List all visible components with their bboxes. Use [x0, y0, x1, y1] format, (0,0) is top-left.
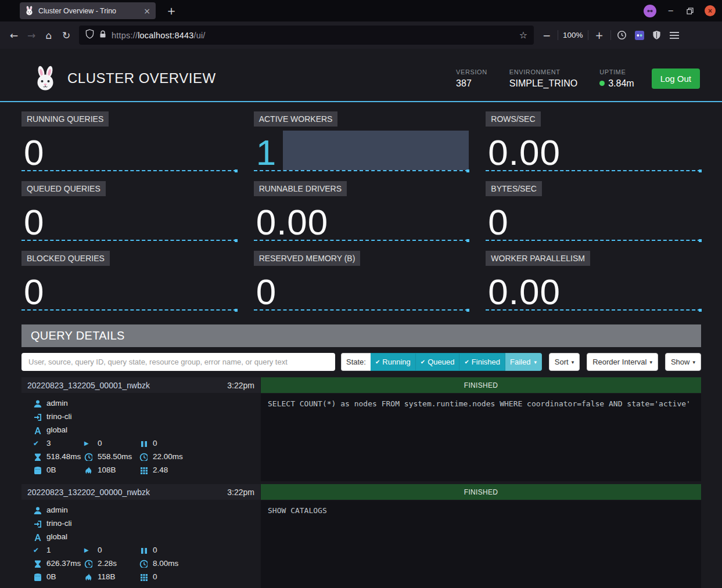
bookmark-star-icon[interactable]: ☆ — [519, 30, 527, 41]
query-status-bar: FINISHED — [261, 377, 701, 393]
back-button[interactable]: ← — [6, 27, 22, 44]
query-resource-group: global — [46, 532, 67, 541]
query-sql-text: SELECT COUNT(*) as nodes FROM system.run… — [261, 394, 701, 481]
queued-splits: 0 — [153, 546, 157, 554]
tab-title: Cluster Overview - Trino — [38, 7, 139, 15]
browser-tab[interactable]: Cluster Overview - Trino × — [20, 2, 156, 19]
query-details-section: QUERY DETAILS State: ✔Running ✔Queued ✔F… — [21, 324, 701, 588]
query-source: trino-cli — [46, 412, 72, 421]
wall-time: 518.48ms — [46, 452, 81, 461]
uptime-info: UPTIME 3.84m — [599, 68, 634, 89]
url-host: localhost:8443 — [138, 31, 193, 40]
history-clock-icon[interactable] — [614, 27, 630, 44]
window-restore-button[interactable] — [685, 6, 695, 16]
home-button[interactable]: ⌂ — [41, 27, 57, 44]
window-minimize-button[interactable]: − — [666, 6, 676, 16]
stat-value: 0 — [24, 206, 44, 239]
stat-value: 0.00 — [488, 276, 561, 308]
privacy-shield-icon[interactable] — [649, 27, 665, 44]
stat-bytes-sec: BYTES/SEC 0 — [486, 181, 701, 242]
cumulative-memory-icon — [84, 573, 92, 581]
stat-sparkline — [21, 309, 237, 311]
lock-icon[interactable] — [99, 30, 106, 41]
stat-worker-parallelism: WORKER PARALLELISM 0.00 — [486, 251, 701, 312]
forward-button[interactable]: → — [23, 27, 39, 44]
query-header: 20220823_132202_00000_nwbzk 3:22pm — [21, 484, 260, 500]
query-search-input[interactable] — [21, 353, 335, 371]
zoom-out-button[interactable]: − — [538, 27, 555, 44]
parallelism-icon — [139, 573, 148, 581]
stat-label: RESERVED MEMORY (B) — [254, 251, 361, 266]
stat-label: BLOCKED QUERIES — [21, 251, 110, 266]
caret-down-icon: ▾ — [534, 359, 537, 365]
cpu-time: 22.00ms — [153, 452, 183, 461]
tracking-shield-icon[interactable] — [85, 29, 94, 41]
filter-queued-label: Queued — [428, 358, 454, 366]
stat-value: 0 — [24, 136, 44, 169]
running-splits-icon: ▶ — [84, 547, 92, 553]
query-id-link[interactable]: 20220823_132202_00000_nwbzk — [27, 488, 150, 497]
cpu-time: 8.00ms — [153, 559, 178, 568]
query-sql-text: SHOW CATALOGS — [261, 500, 701, 588]
filter-finished-button[interactable]: ✔Finished — [459, 353, 505, 371]
elapsed-time-icon — [84, 453, 92, 461]
query-source: trino-cli — [46, 519, 72, 528]
reload-button[interactable]: ↻ — [58, 27, 74, 44]
stat-runnable-drivers: RUNNABLE DRIVERS 0.00 — [254, 181, 469, 242]
filter-finished-label: Finished — [472, 358, 500, 366]
extension-icon[interactable] — [631, 27, 648, 44]
profile-avatar-icon[interactable] — [644, 5, 656, 17]
query-id-link[interactable]: 20220823_132205_00001_nwbzk — [27, 381, 150, 390]
show-label: Show — [671, 358, 690, 366]
sort-dropdown[interactable]: Sort▾ — [549, 353, 580, 371]
url-scheme: https:// — [112, 31, 138, 40]
filter-queued-button[interactable]: ✔Queued — [416, 353, 460, 371]
window-close-button[interactable]: × — [705, 5, 716, 16]
running-splits: 0 — [98, 546, 102, 554]
query-resource-group: global — [46, 425, 67, 434]
query-toolbar: State: ✔Running ✔Queued ✔Finished Failed… — [21, 353, 701, 371]
stat-label: BYTES/SEC — [486, 181, 542, 196]
query-status-bar: FINISHED — [261, 484, 701, 500]
trino-logo-icon — [34, 65, 57, 92]
new-tab-button[interactable]: + — [163, 2, 180, 19]
filter-failed-dropdown[interactable]: Failed▾ — [505, 353, 542, 371]
window-controls: − × — [644, 5, 722, 17]
zoom-in-button[interactable]: + — [591, 27, 608, 44]
query-row: 20220823_132202_00000_nwbzk 3:22pm FINIS… — [21, 484, 701, 588]
caret-down-icon: ▾ — [649, 359, 652, 365]
elapsed-time-icon — [84, 560, 92, 568]
zoom-level[interactable]: 100% — [561, 31, 585, 39]
stat-queued-queries: QUEUED QUERIES 0 — [21, 181, 237, 242]
environment-value: SIMPLE_TRINO — [509, 78, 577, 89]
cluster-info: VERSION 387 ENVIRONMENT SIMPLE_TRINO UPT… — [456, 68, 634, 89]
check-icon: ✔ — [375, 359, 380, 365]
toolbar-separator — [588, 30, 588, 40]
elapsed-time: 2.28s — [98, 559, 117, 568]
stat-blocked-queries: BLOCKED QUERIES 0 — [21, 251, 237, 312]
state-filter-label: State: — [341, 353, 371, 371]
window-close-icon: × — [708, 7, 712, 15]
reorder-interval-dropdown[interactable]: Reorder Interval▾ — [587, 353, 658, 371]
toolbar-separator — [558, 30, 558, 40]
tab-close-icon[interactable]: × — [143, 6, 150, 16]
stat-label: RUNNING QUERIES — [21, 111, 109, 127]
stat-reserved-memory: RESERVED MEMORY (B) 0 — [254, 251, 469, 312]
filter-running-label: Running — [382, 358, 410, 366]
stat-value: 0 — [488, 206, 508, 239]
reorder-interval-label: Reorder Interval — [592, 358, 646, 366]
filter-running-button[interactable]: ✔Running — [371, 353, 416, 371]
menu-button[interactable] — [666, 27, 683, 44]
show-dropdown[interactable]: Show▾ — [665, 353, 701, 371]
url-path: /ui/ — [193, 31, 205, 40]
queued-splits-icon — [139, 546, 148, 554]
logout-button[interactable]: Log Out — [652, 68, 700, 89]
completed-splits: 3 — [46, 439, 51, 448]
stat-label: QUEUED QUERIES — [21, 181, 106, 196]
version-value: 387 — [456, 78, 487, 89]
parallelism: 2.48 — [153, 466, 168, 474]
url-bar[interactable]: https://localhost:8443/ui/ ☆ — [79, 26, 534, 45]
stat-label: RUNNABLE DRIVERS — [254, 181, 347, 196]
current-memory: 0B — [46, 572, 56, 581]
wall-time: 626.37ms — [46, 559, 81, 568]
